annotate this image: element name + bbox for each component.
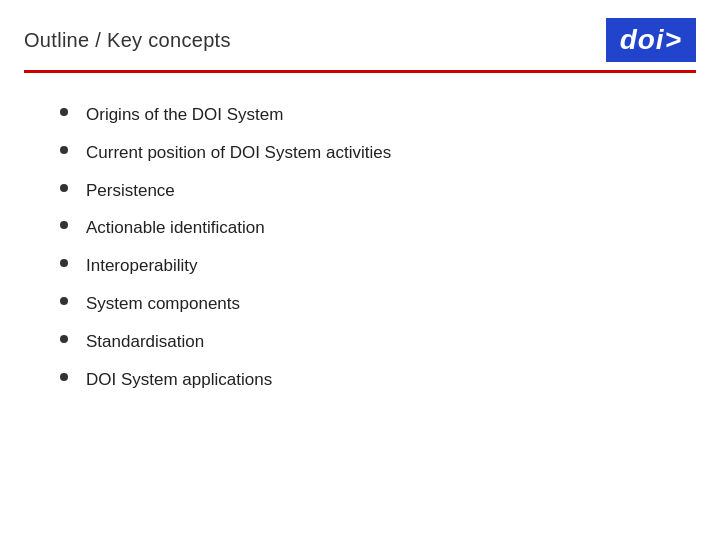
bullet-dot-icon [60, 259, 68, 267]
list-item-text: Origins of the DOI System [86, 103, 283, 127]
bullet-dot-icon [60, 297, 68, 305]
main-content: Origins of the DOI SystemCurrent positio… [0, 73, 720, 425]
list-item: DOI System applications [60, 368, 660, 392]
bullet-list: Origins of the DOI SystemCurrent positio… [60, 103, 660, 391]
list-item-text: Interoperability [86, 254, 198, 278]
list-item: Current position of DOI System activitie… [60, 141, 660, 165]
bullet-dot-icon [60, 373, 68, 381]
list-item: Persistence [60, 179, 660, 203]
list-item-text: Current position of DOI System activitie… [86, 141, 391, 165]
list-item: System components [60, 292, 660, 316]
header: Outline / Key concepts doi> [0, 0, 720, 62]
list-item: Origins of the DOI System [60, 103, 660, 127]
list-item: Interoperability [60, 254, 660, 278]
slide: Outline / Key concepts doi> Origins of t… [0, 0, 720, 540]
doi-logo: doi> [606, 18, 696, 62]
list-item-text: Actionable identification [86, 216, 265, 240]
list-item-text: DOI System applications [86, 368, 272, 392]
bullet-dot-icon [60, 221, 68, 229]
list-item: Standardisation [60, 330, 660, 354]
list-item-text: System components [86, 292, 240, 316]
bullet-dot-icon [60, 184, 68, 192]
list-item: Actionable identification [60, 216, 660, 240]
slide-title: Outline / Key concepts [24, 29, 231, 52]
bullet-dot-icon [60, 146, 68, 154]
list-item-text: Persistence [86, 179, 175, 203]
bullet-dot-icon [60, 108, 68, 116]
bullet-dot-icon [60, 335, 68, 343]
list-item-text: Standardisation [86, 330, 204, 354]
